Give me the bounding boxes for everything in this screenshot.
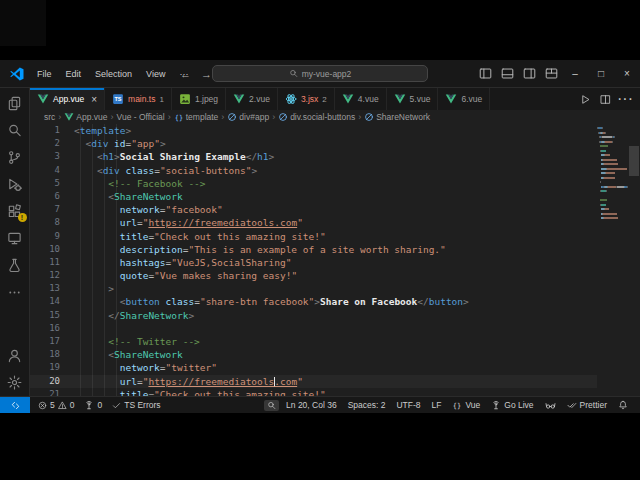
breadcrumb-separator: › xyxy=(111,112,114,122)
ports-count: 0 xyxy=(97,400,102,410)
code-text: quote="Vue makes sharing easy!" xyxy=(74,269,297,282)
customize-layout-icon[interactable] xyxy=(540,60,562,88)
go-live-button[interactable]: Go Live xyxy=(487,397,537,413)
line-number: 8 xyxy=(30,216,60,229)
tab-1-jpeg[interactable]: 1.jpeg xyxy=(172,88,226,110)
code-line-19[interactable]: 19 network="twitter" xyxy=(30,361,597,374)
code-line-4[interactable]: 4 <div class="social-buttons"> xyxy=(30,164,597,177)
react-icon xyxy=(285,93,297,105)
code-line-21[interactable]: 21 title="Check out this amazing site!" xyxy=(30,388,597,396)
code-line-11[interactable]: 11 hashtags="VueJS,SocialSharing" xyxy=(30,256,597,269)
menu-file[interactable]: File xyxy=(31,66,58,82)
braces-icon: {} xyxy=(452,400,462,410)
tab-bar: App.vue×TSmain.ts11.jpeg2.vue3.jsx24.vue… xyxy=(30,88,640,110)
code-line-3[interactable]: 3 <h1>Social Sharing Example</h1> xyxy=(30,150,597,163)
more-actions-button[interactable]: ··· xyxy=(616,88,634,110)
minimize-button[interactable]: – xyxy=(562,60,588,88)
code-line-18[interactable]: 18 <ShareNetwork xyxy=(30,348,597,361)
code-line-8[interactable]: 8 url="https://freemediatools.com" xyxy=(30,216,597,229)
code-line-5[interactable]: 5 <!-- Facebook --> xyxy=(30,177,597,190)
code-text: url="https://freemediatools.com" xyxy=(74,375,303,388)
language-label: Vue xyxy=(465,400,480,410)
eol-setting[interactable]: LF xyxy=(428,397,446,413)
breadcrumb-item-div-social-buttons[interactable]: div.social-buttons xyxy=(278,112,355,122)
activity-extensions-icon[interactable]: ! xyxy=(0,198,30,225)
search-icon xyxy=(289,69,298,78)
code-line-2[interactable]: 2 <div id="app"> xyxy=(30,137,597,150)
spell-checker-button[interactable] xyxy=(541,397,560,413)
magnifier-icon xyxy=(267,401,276,410)
activity-run-debug-icon[interactable] xyxy=(0,171,30,198)
code-line-14[interactable]: 14 <button class="share-btn facebook">Sh… xyxy=(30,295,597,308)
split-editor-button[interactable] xyxy=(596,88,614,110)
tab-main-ts[interactable]: TSmain.ts1 xyxy=(105,88,172,110)
activity-settings-icon[interactable] xyxy=(0,369,30,396)
menu-selection[interactable]: Selection xyxy=(89,66,138,82)
activity-accounts-icon[interactable] xyxy=(0,342,30,369)
activity-more-icon[interactable] xyxy=(0,279,30,306)
code-line-20[interactable]: 20 url="https://freemediatools.com" xyxy=(30,375,597,388)
line-number: 21 xyxy=(30,388,60,396)
ts-icon: TS xyxy=(112,93,124,105)
code-line-9[interactable]: 9 title="Check out this amazing site!" xyxy=(30,230,597,243)
code-line-17[interactable]: 17 <!-- Twitter --> xyxy=(30,335,597,348)
vertical-scrollbar[interactable] xyxy=(628,124,640,396)
activity-search-icon[interactable] xyxy=(0,117,30,144)
breadcrumb-item-app-vue[interactable]: App.vue xyxy=(64,112,107,122)
activity-source-control-icon[interactable] xyxy=(0,144,30,171)
breadcrumb-item-vue---official[interactable]: Vue - Official xyxy=(117,112,165,122)
line-number: 13 xyxy=(30,282,60,295)
activity-testing-icon[interactable] xyxy=(0,252,30,279)
cursor-position[interactable]: Ln 20, Col 36 xyxy=(282,397,341,413)
breadcrumb-item-src[interactable]: src xyxy=(44,112,55,122)
activity-remote-explorer-icon[interactable] xyxy=(0,225,30,252)
minimap[interactable] xyxy=(597,124,628,396)
history-forward-icon[interactable]: → xyxy=(201,68,212,80)
notifications-bell[interactable] xyxy=(614,397,632,413)
code-line-13[interactable]: 13 > xyxy=(30,282,597,295)
language-mode[interactable]: {} Vue xyxy=(448,397,484,413)
toggle-secondary-sidebar-icon[interactable] xyxy=(518,60,540,88)
status-search-button[interactable] xyxy=(264,400,279,411)
menu-view[interactable]: View xyxy=(140,66,171,82)
ts-errors-indicator[interactable]: TS Errors xyxy=(108,397,164,413)
menu-edit[interactable]: Edit xyxy=(60,66,88,82)
run-file-button[interactable] xyxy=(576,88,594,110)
tab-2-vue[interactable]: 2.vue xyxy=(226,88,278,110)
indentation-setting[interactable]: Spaces: 2 xyxy=(344,397,390,413)
breadcrumb-item-template[interactable]: {}template xyxy=(174,112,219,122)
maximize-button[interactable]: □ xyxy=(588,60,614,88)
code-line-1[interactable]: 1<template> xyxy=(30,124,597,137)
tab-close-icon[interactable]: × xyxy=(91,94,97,105)
code-line-10[interactable]: 10 description="This is an example of a … xyxy=(30,243,597,256)
code-line-6[interactable]: 6 <ShareNetwork xyxy=(30,190,597,203)
toggle-sidebar-icon[interactable] xyxy=(474,60,496,88)
ports-indicator[interactable]: 0 xyxy=(80,397,106,413)
code-line-12[interactable]: 12 quote="Vue makes sharing easy!" xyxy=(30,269,597,282)
breadcrumb-item-sharenetwork[interactable]: ShareNetwork xyxy=(364,112,430,122)
scrollbar-thumb[interactable] xyxy=(629,146,639,176)
prettier-button[interactable]: Prettier xyxy=(563,397,611,413)
history-back-icon[interactable]: ← xyxy=(180,68,191,80)
code-editor[interactable]: 1<template>2 <div id="app">3 <h1>Social … xyxy=(30,124,597,396)
remote-indicator[interactable] xyxy=(0,397,30,413)
activity-explorer-icon[interactable] xyxy=(0,90,30,117)
code-line-16[interactable]: 16 xyxy=(30,322,597,335)
command-center-search[interactable]: my-vue-app2 xyxy=(212,65,428,82)
problems-indicator[interactable]: 5 0 xyxy=(34,397,78,413)
close-button[interactable]: × xyxy=(614,60,640,88)
toggle-panel-icon[interactable] xyxy=(496,60,518,88)
go-live-label: Go Live xyxy=(504,400,533,410)
tab-app-vue[interactable]: App.vue× xyxy=(30,88,105,110)
tab-4-vue[interactable]: 4.vue xyxy=(335,88,387,110)
vue-icon xyxy=(37,93,49,105)
warning-count: 0 xyxy=(70,400,75,410)
tab-5-vue[interactable]: 5.vue xyxy=(387,88,439,110)
tab-3-jsx[interactable]: 3.jsx2 xyxy=(278,88,335,110)
breadcrumb-item-div-app[interactable]: div#app xyxy=(227,112,269,122)
line-number: 18 xyxy=(30,348,60,361)
code-line-7[interactable]: 7 network="facebook" xyxy=(30,203,597,216)
encoding-setting[interactable]: UTF-8 xyxy=(392,397,424,413)
tab-6-vue[interactable]: 6.vue xyxy=(438,88,490,110)
code-line-15[interactable]: 15 </ShareNetwork> xyxy=(30,309,597,322)
